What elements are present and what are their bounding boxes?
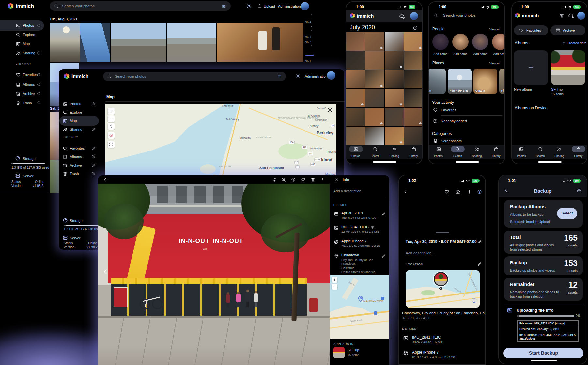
photo-tile[interactable] bbox=[385, 51, 404, 70]
photo-tile[interactable] bbox=[346, 108, 365, 126]
places-view-all-link[interactable]: View all bbox=[489, 61, 500, 65]
album-name-link[interactable]: SF Trip bbox=[551, 87, 563, 91]
nav-item-library[interactable]: Library bbox=[569, 145, 587, 159]
cloud-download-icon[interactable] bbox=[455, 189, 461, 195]
home-indicator[interactable] bbox=[456, 161, 479, 163]
photo-tile[interactable] bbox=[346, 51, 365, 70]
sidebar-item-trash[interactable]: Trash bbox=[0, 99, 49, 107]
user-avatar[interactable] bbox=[410, 12, 418, 20]
home-indicator[interactable] bbox=[538, 161, 562, 163]
sheet-drag-handle[interactable] bbox=[436, 232, 449, 233]
place-tile[interactable]: Near North Side bbox=[448, 69, 472, 94]
nav-item-photos[interactable]: Photos bbox=[346, 145, 365, 159]
sidebar-item-albums[interactable]: Albums bbox=[0, 80, 49, 88]
new-album-tile[interactable] bbox=[514, 50, 548, 85]
nav-item-photos[interactable]: Photos bbox=[429, 145, 448, 159]
add-name-link[interactable]: Add name bbox=[432, 52, 449, 56]
album-link[interactable]: SF Trip bbox=[348, 348, 359, 352]
scrubber-year[interactable]: 2023 bbox=[304, 36, 311, 39]
search-input[interactable]: Search your photos bbox=[103, 72, 286, 81]
photo-tile[interactable] bbox=[346, 32, 365, 51]
add-name-link[interactable]: Add name bbox=[452, 52, 469, 56]
filter-sliders-icon[interactable] bbox=[222, 4, 226, 8]
photo-tile[interactable] bbox=[365, 127, 384, 145]
home-indicator[interactable] bbox=[373, 161, 396, 163]
nav-item-search[interactable]: Search bbox=[365, 145, 385, 159]
favorite-heart-icon[interactable] bbox=[301, 177, 305, 182]
trash-icon[interactable] bbox=[559, 13, 564, 18]
sort-order-button[interactable]: Created date bbox=[567, 41, 587, 45]
map-layers-off-button[interactable] bbox=[108, 132, 115, 139]
photo-tile[interactable] bbox=[404, 108, 423, 126]
select-button[interactable]: Select bbox=[557, 208, 577, 219]
sidebar-item-map[interactable]: Map bbox=[59, 117, 105, 125]
sidebar-item-albums[interactable]: Albums bbox=[59, 153, 105, 161]
user-avatar[interactable] bbox=[301, 2, 309, 10]
scrubber-year[interactable]: 2024 bbox=[304, 20, 311, 24]
photo-thumbnail[interactable] bbox=[50, 23, 80, 62]
sidebar-item-photos[interactable]: Photos bbox=[59, 100, 105, 108]
photo-thumbnail[interactable] bbox=[111, 23, 166, 62]
face-circle[interactable] bbox=[452, 34, 469, 50]
sidebar-item-explore[interactable]: Explore bbox=[59, 108, 105, 117]
photo-tile[interactable] bbox=[346, 127, 365, 145]
sidebar-item-map[interactable]: Map bbox=[0, 40, 49, 48]
add-name-link[interactable]: Add name bbox=[492, 52, 505, 56]
photo-tile[interactable] bbox=[346, 89, 365, 107]
nav-item-photos[interactable]: Photos bbox=[512, 145, 531, 159]
cloud-off-icon[interactable] bbox=[568, 13, 574, 19]
add-name-link[interactable]: Add name bbox=[472, 52, 488, 56]
theme-toggle-sun-icon[interactable] bbox=[296, 74, 300, 78]
mini-map-zoom-out[interactable] bbox=[332, 284, 337, 290]
face-circle[interactable] bbox=[492, 34, 505, 50]
nav-item-search[interactable]: Search bbox=[448, 145, 467, 159]
administration-button[interactable]: Administration bbox=[278, 4, 301, 8]
more-options-icon[interactable] bbox=[320, 177, 325, 182]
plus-icon[interactable] bbox=[467, 189, 472, 194]
map-fullscreen-button[interactable] bbox=[108, 141, 115, 148]
settings-gear-icon[interactable] bbox=[576, 188, 581, 193]
photo-tile[interactable] bbox=[385, 108, 404, 126]
sidebar-item-archive[interactable]: Archive bbox=[0, 90, 49, 98]
back-chevron-icon[interactable] bbox=[403, 189, 408, 194]
sidebar-item-archive[interactable]: Archive bbox=[59, 161, 105, 169]
photo-tile[interactable] bbox=[365, 51, 384, 70]
favorites-row[interactable]: Favorites bbox=[441, 108, 456, 112]
photo-tile[interactable] bbox=[385, 70, 404, 88]
photo-tile[interactable] bbox=[385, 32, 404, 51]
map-zoom-out-button[interactable] bbox=[108, 115, 115, 122]
scrubber-year[interactable]: 2021 bbox=[304, 59, 311, 63]
place-tile[interactable]: Omaha bbox=[473, 69, 497, 94]
photo-tile[interactable] bbox=[404, 127, 423, 145]
theme-toggle-sun-icon[interactable] bbox=[246, 4, 251, 8]
sidebar-item-sharing[interactable]: Sharing bbox=[59, 125, 105, 134]
photo-tile[interactable] bbox=[346, 70, 365, 88]
trash-icon[interactable] bbox=[311, 177, 315, 182]
location-map-card[interactable]: San Francisco Ferry The Emb i bbox=[406, 270, 480, 308]
share-icon[interactable] bbox=[271, 177, 276, 182]
start-backup-button[interactable]: Start Backup bbox=[503, 348, 583, 358]
photo-tile[interactable] bbox=[404, 89, 423, 107]
sidebar-item-sharing[interactable]: Sharing bbox=[0, 49, 49, 57]
sidebar-item-favorites[interactable]: Favorites bbox=[59, 144, 105, 152]
edit-date-pencil-icon[interactable] bbox=[477, 240, 482, 244]
info-circle-icon[interactable] bbox=[371, 225, 374, 229]
nav-item-search[interactable]: Search bbox=[531, 145, 550, 159]
map-settings-gear-icon[interactable] bbox=[327, 107, 333, 113]
map-compass-button[interactable] bbox=[108, 123, 115, 130]
search-input[interactable]: Search your photos bbox=[50, 1, 231, 11]
photo-tile[interactable] bbox=[365, 32, 384, 51]
photo-tile[interactable] bbox=[385, 89, 404, 107]
photo-tile[interactable] bbox=[365, 108, 384, 126]
sidebar-item-trash[interactable]: Trash bbox=[59, 170, 105, 178]
scrubber-position[interactable] bbox=[305, 55, 314, 56]
favorite-heart-icon[interactable] bbox=[444, 189, 449, 194]
recently-added-row[interactable]: Recently added bbox=[441, 119, 467, 123]
face-circle[interactable] bbox=[472, 34, 488, 50]
search-input[interactable]: Search your photos bbox=[443, 13, 476, 17]
nav-item-library[interactable]: Library bbox=[404, 145, 423, 159]
photo-tile[interactable] bbox=[404, 70, 423, 88]
photo-tile[interactable] bbox=[385, 127, 404, 145]
sidebar-item-explore[interactable]: Explore bbox=[0, 31, 49, 39]
location-mini-map[interactable]: FISHERMAN'S WHARF Beach Street Pier 45 bbox=[330, 275, 389, 339]
